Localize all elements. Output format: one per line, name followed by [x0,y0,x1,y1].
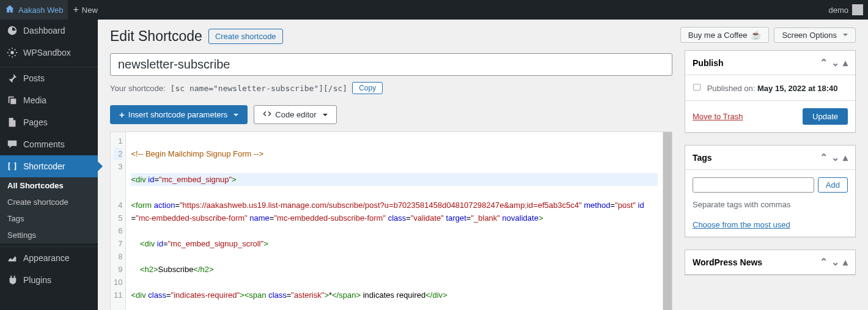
sidebar-item-plugins[interactable]: Plugins [0,269,98,291]
panel-toggle-icon[interactable]: ▴ [843,57,848,68]
sidebar-item-label: Appearance [23,253,70,263]
sidebar-item-pages[interactable]: Pages [0,111,98,133]
svg-rect-1 [693,84,700,90]
chevron-down-icon [234,114,238,116]
new-link[interactable]: + New [68,0,102,20]
scrollbar-thumb[interactable] [663,132,672,310]
user-name: demo [828,6,848,15]
tags-hint: Separate tags with commas [693,200,848,209]
shortcode-text: [sc name="newsletter-subscribe"][/sc] [171,84,348,93]
code-content[interactable]: <!-- Begin Mailchimp Signup Form --> <di… [126,132,663,310]
choose-tags-link[interactable]: Choose from the most used [693,220,790,229]
appearance-icon [6,252,18,264]
home-icon [5,4,15,16]
panel-toggle-icon[interactable]: ▴ [843,152,848,163]
site-name: Aakash Web [18,6,63,15]
code-editor-button[interactable]: Code editor [254,105,336,124]
sidebar-item-label: Comments [23,139,65,149]
sidebar-item-label: Pages [23,117,48,127]
sidebar-item-label: Plugins [23,275,51,285]
chevron-down-icon [323,114,328,116]
comments-icon [6,138,18,150]
submenu-settings[interactable]: Settings [0,227,98,243]
shortcode-title-input[interactable] [110,53,672,76]
panel-down-icon[interactable]: ⌄ [831,152,839,163]
panel-up-icon[interactable]: ⌃ [820,256,828,268]
sidebar-item-media[interactable]: Media [0,89,98,111]
insert-params-label: Insert shortcode parameters [128,110,228,119]
pages-icon [6,116,18,128]
submenu-tags[interactable]: Tags [0,210,98,227]
update-button[interactable]: Update [803,108,848,125]
sidebar-item-posts[interactable]: Posts [0,67,98,89]
dashboard-icon [6,24,18,37]
published-label: Published on: [707,84,757,93]
calendar-icon [693,84,704,93]
sidebar-item-shortcoder[interactable]: Shortcoder [0,155,98,177]
plus-icon: + [73,4,78,15]
sidebar-item-label: Posts [23,73,45,83]
panel-down-icon[interactable]: ⌄ [831,57,839,68]
sidebar-item-label: Media [23,95,46,105]
panel-up-icon[interactable]: ⌃ [820,152,828,163]
insert-parameters-button[interactable]: + Insert shortcode parameters [110,105,248,124]
add-tag-button[interactable]: Add [818,177,848,193]
sidebar-item-label: Dashboard [23,26,65,35]
code-editor-area[interactable]: 1234567891011 <!-- Begin Mailchimp Signu… [110,131,672,310]
tags-input[interactable] [693,177,814,193]
scrollbar[interactable] [663,132,672,310]
panel-toggle-icon[interactable]: ▴ [843,256,848,268]
sidebar-item-wpsandbox[interactable]: WPSandbox [0,42,98,64]
wpsandbox-icon [6,46,18,59]
move-to-trash-link[interactable]: Move to Trash [693,112,743,121]
submenu-create-shortcode[interactable]: Create shortcode [0,194,98,210]
plugins-icon [6,274,18,286]
panel-down-icon[interactable]: ⌄ [831,256,839,268]
sidebar-item-comments[interactable]: Comments [0,133,98,155]
avatar [852,4,863,15]
sidebar-item-appearance[interactable]: Appearance [0,247,98,269]
pin-icon [6,72,18,84]
news-title: WordPress News [693,257,762,267]
line-gutter: 1234567891011 [111,132,126,310]
panel-up-icon[interactable]: ⌃ [820,57,828,68]
code-icon [263,109,271,120]
copy-button[interactable]: Copy [352,82,383,94]
publish-title: Publish [693,58,724,68]
media-icon [6,94,18,106]
tags-panel: Tags ⌃ ⌄ ▴ Add Separate tags with commas… [685,145,856,237]
new-label: New [82,6,98,15]
publish-panel: Publish ⌃ ⌄ ▴ Published on: May 15, 2022… [685,50,856,133]
news-panel: WordPress News ⌃ ⌄ ▴ [685,249,856,275]
code-editor-label: Code editor [275,110,316,119]
sidebar-item-label: WPSandbox [23,48,71,57]
tags-title: Tags [693,153,712,163]
published-date: May 15, 2022 at 18:40 [757,84,838,93]
shortcoder-icon [6,160,18,172]
svg-point-0 [10,51,13,54]
submenu-all-shortcodes[interactable]: All Shortcodes [0,177,98,194]
plus-icon: + [119,109,125,120]
page-title: Edit Shortcode [110,28,202,45]
create-shortcode-button[interactable]: Create shortcode [208,29,283,44]
sidebar-item-dashboard[interactable]: Dashboard [0,20,98,42]
shortcode-label: Your shortcode: [110,84,166,93]
site-link[interactable]: Aakash Web [0,0,68,20]
sidebar-item-label: Shortcoder [23,161,65,171]
user-menu[interactable]: demo [823,0,868,20]
